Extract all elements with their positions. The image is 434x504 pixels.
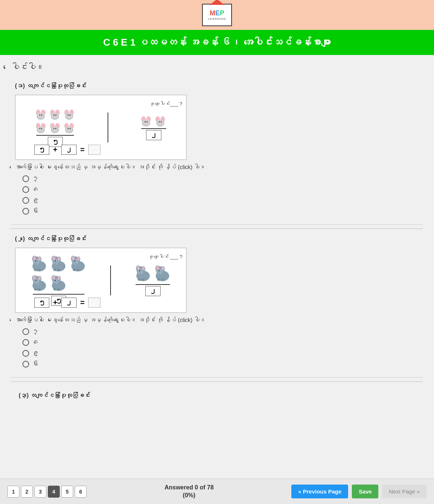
svg-point-50 (66, 126, 72, 132)
elephant-icon (134, 265, 152, 283)
elephant-icon (69, 255, 87, 274)
svg-point-130 (142, 279, 145, 281)
mouse-icon (154, 115, 167, 127)
q2-eq-right: ၂ (61, 298, 77, 308)
q1-option-4[interactable]: ၆ (22, 207, 423, 215)
q1-mice-right (140, 115, 167, 127)
svg-point-79 (35, 260, 37, 261)
q1-left-group: ၅ (34, 108, 76, 147)
svg-point-111 (34, 288, 37, 291)
q2-eq-left: ၅ (34, 298, 49, 308)
svg-point-90 (57, 269, 60, 271)
svg-point-42 (53, 128, 54, 129)
logo-mep: MEP (210, 10, 224, 16)
banner-title: C 6 E 1 ပထမတန်း အခန်း ၆၊ အပေါင်းသင်ခန်းစ… (103, 37, 331, 48)
mouse-icon (34, 122, 47, 134)
logo-roof-icon (210, 0, 224, 5)
page-numbers: 1 2 3 4 5 6 (7, 486, 87, 498)
svg-point-109 (35, 280, 37, 281)
radio-circle[interactable] (22, 361, 29, 368)
prev-page-button[interactable]: « Previous Page (291, 485, 348, 498)
svg-point-25 (69, 114, 71, 116)
page-btn-6[interactable]: 6 (75, 486, 87, 498)
logo-learning: LEARNING (208, 17, 226, 21)
q1-option-2[interactable]: ၈ (22, 185, 423, 193)
plus-sign: + (53, 145, 58, 154)
q2-option-3-label: ၉ (32, 349, 39, 357)
q2-option-1[interactable]: ၇ (22, 328, 423, 335)
question-block-2: (၂) လေကျင်ငန်းပြုလုပ်ခြင်း (11, 233, 423, 378)
q2-option-1-label: ၇ (32, 328, 39, 335)
svg-point-141 (157, 279, 160, 281)
page-title: ပေါင်းပါ။ (11, 62, 423, 72)
svg-point-62 (145, 122, 147, 123)
page-btn-4[interactable]: 4 (48, 486, 60, 498)
q1-instruction: အောက်မှော်ပြပါ မေးခွန်းလေးသည် မှ အမှန်ကိ… (15, 164, 419, 170)
radio-circle[interactable] (22, 186, 29, 193)
svg-point-53 (68, 129, 70, 130)
svg-point-91 (53, 269, 56, 271)
svg-point-14 (52, 113, 58, 118)
svg-point-110 (38, 288, 41, 291)
logo-m: M (210, 9, 215, 17)
svg-point-68 (157, 119, 164, 125)
page-btn-1[interactable]: 1 (7, 486, 19, 498)
svg-point-16 (55, 114, 56, 116)
answered-line1: Answered 0 of 78 (90, 484, 288, 492)
q2-option-4[interactable]: ၆ (22, 360, 423, 368)
radio-circle[interactable] (22, 175, 29, 182)
next-page-button: Next Page » (382, 485, 427, 498)
radio-circle[interactable] (22, 208, 29, 215)
green-banner: C 6 E 1 ပထမတန်း အခန်း ၆၊ အပေါင်းသင်ခန်းစ… (0, 30, 434, 55)
q2-eq-result[interactable]: □ (88, 298, 100, 308)
q1-option-3-label: ၉ (32, 196, 39, 204)
q2-count-label: စုစုပေါင်း ___ ? (148, 254, 182, 259)
svg-point-52 (69, 128, 71, 129)
radio-circle[interactable] (22, 339, 29, 346)
q1-option-2-label: ၈ (32, 185, 39, 193)
q1-right-group: ၂ (140, 115, 167, 140)
svg-point-6 (39, 114, 40, 116)
mouse-icon (34, 108, 47, 121)
svg-point-23 (66, 113, 72, 118)
svg-point-7 (41, 114, 42, 116)
elephant-icon (49, 274, 68, 293)
q2-divider (110, 265, 111, 295)
q1-option-1[interactable]: ၇ (22, 175, 423, 182)
answered-line2: (0%) (90, 492, 288, 500)
save-button[interactable]: Save (352, 485, 378, 498)
q1-eq-result[interactable]: □ (88, 145, 100, 155)
svg-point-51 (67, 128, 68, 129)
logo-p: P (220, 9, 224, 17)
q2-option-2[interactable]: ၈ (22, 338, 423, 346)
svg-point-99 (74, 260, 75, 261)
page-btn-3[interactable]: 3 (34, 486, 46, 498)
mouse-icon (49, 122, 61, 134)
svg-point-70 (161, 121, 162, 122)
section-separator-2 (11, 381, 423, 382)
svg-point-139 (159, 270, 160, 271)
svg-point-17 (54, 116, 56, 117)
q1-option-3[interactable]: ၉ (22, 196, 423, 204)
radio-circle[interactable] (22, 350, 29, 357)
q1-option-1-label: ၇ (32, 175, 39, 182)
elephant-icon (49, 255, 68, 274)
q2-elephants-left (30, 255, 87, 293)
q1-divider (108, 113, 108, 142)
q1-radio-options: ၇ ၈ ၉ ၆ (22, 175, 423, 215)
svg-point-35 (40, 129, 41, 130)
question-3-label: (၃) လေကျင်ငန်းပြုလုပ်ခြင်း (15, 389, 419, 400)
radio-circle[interactable] (22, 197, 29, 204)
svg-point-131 (138, 279, 141, 281)
svg-point-34 (41, 128, 42, 129)
page-btn-2[interactable]: 2 (21, 486, 33, 498)
page-btn-5[interactable]: 5 (61, 486, 73, 498)
q1-eq-left: ၅ (34, 145, 49, 155)
question-1-image: ၅ (15, 95, 187, 160)
q2-option-3[interactable]: ၉ (22, 349, 423, 357)
radio-circle[interactable] (22, 328, 29, 335)
equals-sign-2: = (80, 298, 85, 307)
question-2-label: (၂) လေကျင်ငန်းပြုလုပ်ခြင်း (11, 233, 423, 244)
q2-option-4-label: ၆ (32, 360, 39, 368)
mouse-icon (63, 122, 75, 134)
